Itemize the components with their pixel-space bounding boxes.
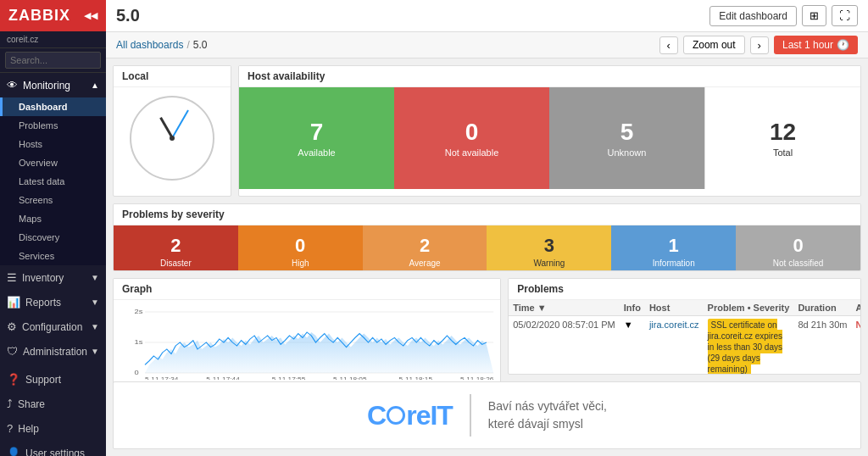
all-dashboards-link[interactable]: All dashboards [116, 39, 183, 51]
not-available-count: 0 [465, 119, 479, 146]
sev-bar-disaster[interactable]: 2 Disaster [114, 225, 238, 271]
svg-text:5-11 17:55: 5-11 17:55 [272, 376, 305, 380]
monitoring-label: Monitoring [23, 80, 70, 92]
clock-container [114, 87, 231, 189]
search-input[interactable] [5, 52, 101, 69]
share-label: Share [18, 398, 45, 410]
not-classified-label: Not classified [773, 259, 823, 268]
sidebar-item-screens[interactable]: Screens [0, 191, 106, 209]
svg-text:5-11 17:34: 5-11 17:34 [145, 376, 178, 380]
sidebar-item-share[interactable]: ⤴ Share [0, 392, 106, 416]
sidebar-item-maps[interactable]: Maps [0, 209, 106, 228]
user-settings-label: User settings [25, 448, 85, 457]
svg-text:5-11 17:44: 5-11 17:44 [206, 376, 239, 380]
host-availability-title: Host availability [239, 66, 860, 87]
breadcrumb-next-button[interactable]: › [750, 36, 769, 54]
sidebar-item-latest-data[interactable]: Latest data [0, 172, 106, 191]
sev-bar-warning[interactable]: 3 Warning [487, 225, 611, 271]
app-name: ZABBIX [8, 7, 70, 25]
sidebar-item-problems[interactable]: Problems [0, 116, 106, 135]
unknown-bar[interactable]: 5 Unknown [549, 87, 704, 189]
average-count: 2 [420, 235, 430, 257]
problem-duration: 8d 21h 30m [793, 316, 851, 375]
col-ack: Ack [851, 300, 861, 316]
coreit-logo: CreIT Baví nás vytvářet věci, které dáva… [367, 394, 607, 437]
problems-table-body: 05/02/2020 08:57:01 PM ▼ jira.coreit.cz … [509, 316, 861, 375]
problem-host[interactable]: jira.coreit.cz [645, 316, 704, 375]
sev-bar-information[interactable]: 1 Information [611, 225, 736, 271]
total-count: 12 [770, 119, 796, 146]
svg-text:1s: 1s [135, 338, 143, 346]
minute-hand [171, 110, 189, 139]
support-label: Support [25, 374, 61, 386]
collapse-icon[interactable]: ◀◀ [84, 10, 97, 21]
host-availability-bars: 7 Available 0 Not available 5 Unknown 12… [239, 87, 860, 189]
last-hour-button[interactable]: Last 1 hour 🕐 [774, 36, 858, 54]
sidebar-item-services[interactable]: Services [0, 247, 106, 265]
problem-desc-cell: SSL certificate on jira.coreit.cz expire… [704, 316, 794, 375]
coreit-tagline: Baví nás vytvářet věci, které dávají smy… [488, 398, 607, 433]
sidebar-item-support[interactable]: ❓ Support [0, 367, 106, 392]
row-3: Graph 2s 1s 0 [113, 278, 861, 375]
not-available-bar[interactable]: 0 Not available [394, 87, 549, 189]
clock [130, 96, 214, 181]
severity-bars: 2 Disaster 0 High 2 Average 3 Warning 1 [114, 225, 860, 271]
problems-header-row: Time ▼ Info Host Problem • Severity Dura… [509, 300, 861, 316]
total-label: Total [773, 147, 793, 158]
clock-center [170, 136, 175, 141]
sev-bar-not-classified[interactable]: 0 Not classified [736, 225, 860, 271]
available-bar[interactable]: 7 Available [239, 87, 394, 189]
sidebar-search-container [0, 48, 106, 73]
main-content: 5.0 Edit dashboard ⊞ ⛶ All dashboards / … [106, 0, 868, 456]
not-classified-count: 0 [793, 235, 803, 257]
ack-status: No [855, 320, 861, 330]
available-label: Available [298, 147, 335, 158]
breadcrumb-right: ‹ Zoom out › Last 1 hour 🕐 [659, 36, 858, 54]
sidebar-item-discovery[interactable]: Discovery [0, 228, 106, 247]
reports-label: Reports [25, 297, 61, 309]
sidebar-item-inventory[interactable]: ☰ Inventory ▼ [0, 265, 106, 290]
high-count: 0 [295, 235, 305, 257]
problems-widget: Problems Time ▼ Info Host Problem • Seve… [508, 278, 861, 375]
sidebar-item-dashboard[interactable]: Dashboard [0, 97, 106, 116]
edit-dashboard-button[interactable]: Edit dashboard [709, 6, 797, 26]
reports-icon: 📊 [7, 296, 20, 309]
sidebar-item-administration[interactable]: 🛡 Administration ▼ [0, 339, 106, 364]
problem-ack[interactable]: No [851, 316, 861, 375]
inventory-label: Inventory [22, 272, 64, 284]
graph-title: Graph [114, 279, 500, 300]
col-problem: Problem • Severity [704, 300, 794, 316]
sidebar-item-reports[interactable]: 📊 Reports ▼ [0, 290, 106, 314]
breadcrumb-prev-button[interactable]: ‹ [659, 36, 678, 54]
disaster-label: Disaster [160, 259, 192, 268]
topbar-right: Edit dashboard ⊞ ⛶ [709, 5, 858, 26]
sidebar-item-overview[interactable]: Overview [0, 153, 106, 172]
reports-arrow: ▼ [91, 298, 99, 307]
sev-bar-average[interactable]: 2 Average [363, 225, 487, 271]
grid-view-button[interactable]: ⊞ [802, 5, 826, 26]
sidebar-item-user-settings[interactable]: 👤 User settings [0, 441, 106, 456]
breadcrumb-left: All dashboards / 5.0 [116, 39, 207, 51]
not-available-label: Not available [445, 147, 499, 158]
administration-arrow: ▼ [91, 347, 99, 356]
row-1: Local Host availability 7 Available [113, 65, 861, 197]
sev-bar-high[interactable]: 0 High [238, 225, 363, 271]
total-bar[interactable]: 12 Total [704, 87, 860, 189]
monitoring-submenu: Dashboard Problems Hosts Overview Latest… [0, 97, 106, 265]
tagline-line1: Baví nás vytvářet věci, [488, 398, 607, 415]
monitoring-icon: 👁 [7, 79, 18, 92]
information-label: Information [653, 259, 695, 268]
sidebar-item-help[interactable]: ? Help [0, 416, 106, 441]
sidebar-item-hosts[interactable]: Hosts [0, 135, 106, 153]
help-label: Help [18, 423, 39, 435]
sidebar-section-monitoring[interactable]: 👁 Monitoring ▲ Dashboard Problems Hosts … [0, 73, 106, 265]
administration-icon: 🛡 [7, 345, 18, 358]
sidebar-item-configuration[interactable]: ⚙ Configuration ▼ [0, 314, 106, 339]
col-info: Info [620, 300, 645, 316]
monitoring-header[interactable]: 👁 Monitoring ▲ [0, 73, 106, 97]
zoom-out-button[interactable]: Zoom out [683, 36, 745, 54]
svg-text:5-11 18:05: 5-11 18:05 [333, 376, 366, 380]
fullscreen-button[interactable]: ⛶ [832, 5, 858, 26]
sidebar-user: coreit.cz [0, 31, 106, 48]
local-widget: Local [113, 65, 231, 197]
